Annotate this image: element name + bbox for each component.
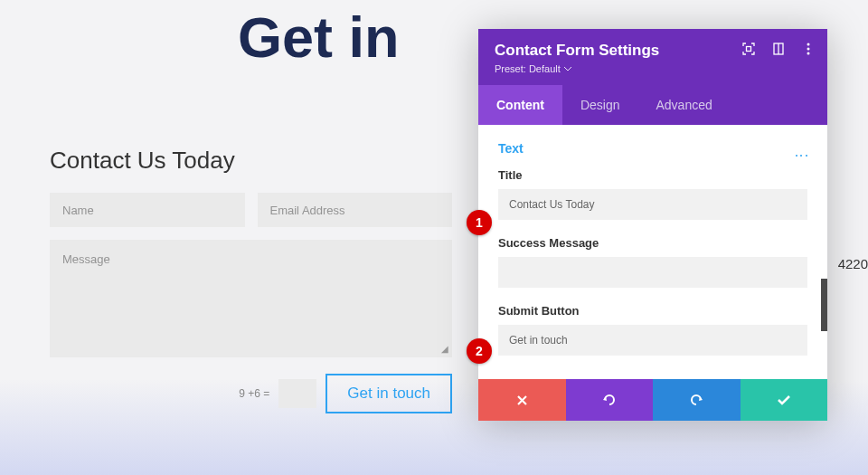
annotation-1: 1	[467, 210, 492, 235]
title-label: Title	[498, 168, 807, 182]
close-button[interactable]	[478, 379, 566, 421]
panel-header: Contact Form Settings Preset: Default	[478, 29, 827, 85]
more-icon[interactable]	[801, 42, 815, 55]
chevron-down-icon	[564, 67, 571, 71]
svg-point-5	[807, 52, 809, 54]
preset-selector[interactable]: Preset: Default	[495, 63, 811, 74]
contact-form: Contact Us Today Name Email Address Mess…	[50, 147, 452, 413]
panel-body: Text ⋮ Title Success Message Submit Butt…	[478, 125, 827, 379]
svg-rect-0	[746, 46, 750, 51]
title-input[interactable]	[498, 189, 807, 220]
message-placeholder: Message	[62, 252, 110, 266]
email-field[interactable]: Email Address	[258, 193, 453, 227]
snap-icon[interactable]	[771, 42, 785, 55]
captcha-input[interactable]	[278, 379, 316, 408]
tab-advanced[interactable]: Advanced	[637, 85, 730, 125]
message-field[interactable]: Message◢	[50, 240, 452, 357]
settings-panel: Contact Form Settings Preset: Default Co…	[478, 29, 827, 421]
undo-button[interactable]	[566, 379, 654, 421]
resize-handle-icon[interactable]: ◢	[441, 347, 450, 356]
tabs: Content Design Advanced	[478, 85, 827, 125]
tab-design[interactable]: Design	[562, 85, 638, 125]
page-title: Get in	[238, 5, 400, 70]
tab-content[interactable]: Content	[478, 85, 562, 125]
section-options-icon[interactable]: ⋮	[794, 148, 808, 161]
svg-point-3	[807, 43, 809, 45]
submit-input[interactable]	[498, 325, 807, 356]
name-field[interactable]: Name	[50, 193, 245, 227]
svg-point-4	[807, 47, 809, 50]
stray-text: 4220	[838, 256, 868, 271]
redo-button[interactable]	[653, 379, 741, 421]
save-button[interactable]	[741, 379, 828, 421]
panel-footer	[478, 379, 827, 421]
submit-button[interactable]: Get in touch	[326, 374, 452, 413]
preset-label: Preset: Default	[495, 63, 561, 74]
success-label: Success Message	[498, 236, 807, 250]
captcha-label: 9 +6 =	[239, 387, 269, 400]
expand-icon[interactable]	[741, 42, 755, 55]
submit-label: Submit Button	[498, 304, 807, 318]
form-heading: Contact Us Today	[50, 147, 452, 175]
success-input[interactable]	[498, 257, 807, 288]
section-label[interactable]: Text	[498, 141, 524, 156]
annotation-2: 2	[467, 338, 492, 364]
scrollbar[interactable]	[821, 279, 827, 331]
